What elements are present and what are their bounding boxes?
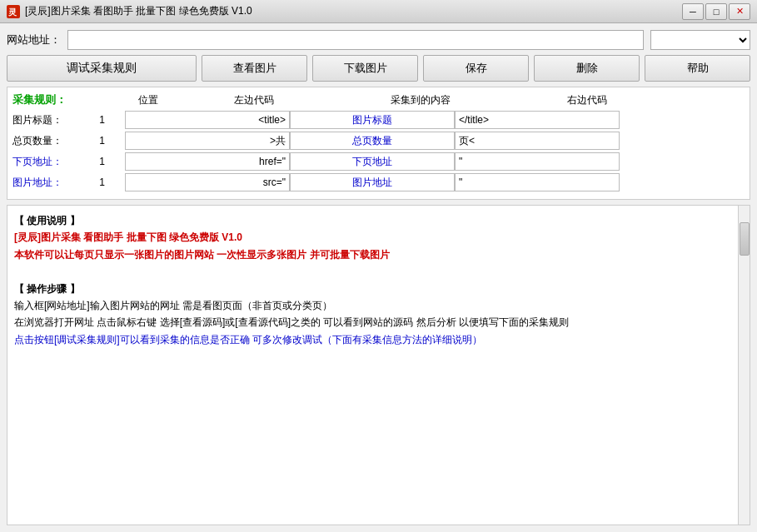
rule-right-input-3[interactable] — [455, 173, 620, 191]
url-label: 网站地址： — [7, 32, 61, 47]
col-left-header: 左边代码 — [171, 93, 337, 107]
delete-button[interactable]: 删除 — [534, 55, 640, 82]
save-button[interactable]: 保存 — [423, 55, 529, 82]
rule-left-input-0[interactable] — [125, 111, 290, 129]
rule-content-input-3[interactable] — [290, 173, 455, 191]
rule-left-input-3[interactable] — [125, 173, 290, 191]
help-button[interactable]: 帮助 — [645, 55, 750, 82]
rule-row: 图片地址：1 — [12, 173, 745, 191]
app-icon: 灵 — [7, 5, 20, 18]
rule-content-input-2[interactable] — [290, 152, 455, 171]
rule-pos-0: 1 — [79, 114, 125, 126]
rule-row: 下页地址：1 — [12, 152, 745, 171]
instructions-line2: 本软件可以让每页只显示一张图片的图片网站 一次性显示多张图片 并可批量下载图片 — [14, 246, 731, 263]
url-input[interactable] — [67, 30, 644, 50]
instructions-line4: 在浏览器打开网址 点击鼠标右键 选择[查看源码]或[查看源代码]之类的 可以看到… — [14, 314, 731, 331]
rule-name-3: 图片地址： — [12, 176, 79, 190]
url-dropdown[interactable] — [650, 30, 750, 50]
rules-container: 图片标题：1总页数量：1下页地址：1图片地址：1 — [12, 111, 745, 191]
button-row: 调试采集规则 查看图片 下载图片 保存 删除 帮助 — [7, 55, 750, 82]
rule-right-input-2[interactable] — [455, 152, 620, 171]
scroll-thumb[interactable] — [740, 222, 750, 256]
rule-row: 总页数量：1 — [12, 132, 745, 150]
col-right-header: 右边代码 — [504, 93, 670, 107]
col-content-header: 采集到的内容 — [337, 93, 504, 107]
url-row: 网站地址： — [7, 30, 750, 50]
rules-header: 采集规则： 位置 左边代码 采集到的内容 右边代码 — [12, 92, 745, 107]
minimize-button[interactable]: ─ — [682, 3, 704, 20]
rules-label: 采集规则： — [12, 92, 125, 107]
instructions-line3: 输入框[网站地址]输入图片网站的网址 需是看图页面（非首页或分类页） — [14, 297, 731, 314]
window-controls: ─ □ ✕ — [682, 3, 750, 20]
scrollbar[interactable] — [738, 206, 750, 525]
debug-button[interactable]: 调试采集规则 — [7, 55, 197, 82]
rule-content-input-1[interactable] — [290, 132, 455, 150]
instructions-line5: 点击按钮[调试采集规则]可以看到采集的信息是否正确 可多次修改调试（下面有采集信… — [14, 331, 731, 348]
rule-left-input-2[interactable] — [125, 152, 290, 171]
window-title: [灵辰]图片采集 看图助手 批量下图 绿色免费版 V1.0 — [25, 4, 682, 18]
rule-pos-3: 1 — [79, 177, 125, 188]
instructions-title1: 【 使用说明 】 — [14, 212, 731, 229]
instructions-line1: [灵辰]图片采集 看图助手 批量下图 绿色免费版 V1.0 — [14, 229, 731, 246]
download-button[interactable]: 下载图片 — [312, 55, 418, 82]
rule-name-2: 下页地址： — [12, 155, 79, 169]
view-button[interactable]: 查看图片 — [202, 55, 307, 82]
col-pos-header: 位置 — [125, 93, 171, 107]
rule-right-input-0[interactable] — [455, 111, 620, 129]
rule-name-1: 总页数量： — [12, 134, 79, 148]
rule-row: 图片标题：1 — [12, 111, 745, 129]
main-container: 网站地址： 调试采集规则 查看图片 下载图片 保存 删除 帮助 采集规则： 位置… — [0, 23, 757, 532]
rules-area: 采集规则： 位置 左边代码 采集到的内容 右边代码 图片标题：1总页数量：1下页… — [7, 87, 750, 200]
maximize-button[interactable]: □ — [705, 3, 727, 20]
close-button[interactable]: ✕ — [729, 3, 750, 20]
rule-content-input-0[interactable] — [290, 111, 455, 129]
svg-text:灵: 灵 — [7, 7, 17, 17]
rule-pos-2: 1 — [79, 156, 125, 167]
instructions-text: 【 使用说明 】 [灵辰]图片采集 看图助手 批量下图 绿色免费版 V1.0 本… — [7, 206, 738, 525]
instructions-area: 【 使用说明 】 [灵辰]图片采集 看图助手 批量下图 绿色免费版 V1.0 本… — [7, 205, 750, 525]
rule-name-0: 图片标题： — [12, 113, 79, 127]
title-bar: 灵 [灵辰]图片采集 看图助手 批量下图 绿色免费版 V1.0 ─ □ ✕ — [0, 0, 757, 23]
rule-left-input-1[interactable] — [125, 132, 290, 150]
rule-pos-1: 1 — [79, 135, 125, 147]
rule-right-input-1[interactable] — [455, 132, 620, 150]
instructions-title2: 【 操作步骤 】 — [14, 281, 731, 297]
